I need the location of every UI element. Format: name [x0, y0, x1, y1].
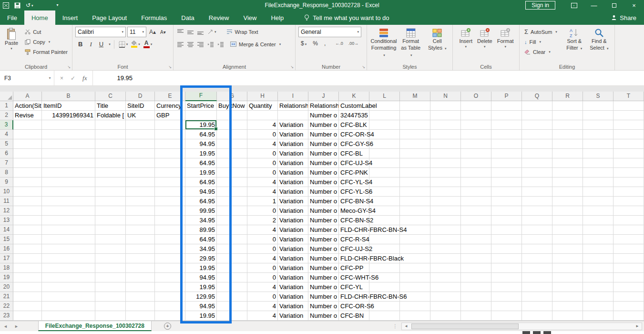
cell-I3[interactable]: Variation	[278, 120, 308, 130]
cell-N6[interactable]	[430, 149, 461, 158]
cell-R7[interactable]	[552, 158, 583, 168]
cell-A7[interactable]	[13, 158, 42, 168]
cell-R15[interactable]	[552, 235, 583, 244]
cell-N23[interactable]	[430, 311, 461, 321]
cell-I16[interactable]: Variation	[278, 244, 308, 254]
cell-K20[interactable]: CFC-YL	[339, 282, 369, 292]
cell-S10[interactable]	[583, 187, 613, 197]
column-header-R[interactable]: R	[552, 92, 583, 101]
font-size-select[interactable]: 11▾	[127, 27, 146, 37]
cell-N16[interactable]	[430, 244, 461, 254]
cell-E14[interactable]	[155, 225, 185, 235]
cell-T11[interactable]	[613, 197, 644, 206]
cell-T10[interactable]	[613, 187, 644, 197]
cell-S9[interactable]	[583, 177, 613, 187]
cell-T16[interactable]	[613, 244, 644, 254]
cell-A2[interactable]: Revise	[13, 111, 42, 120]
cell-E5[interactable]	[155, 139, 185, 149]
row-header-15[interactable]: 15	[0, 235, 13, 244]
row-header-13[interactable]: 13	[0, 216, 13, 225]
cell-B4[interactable]	[42, 130, 95, 139]
cell-styles-button[interactable]: Cell Styles ▾	[424, 27, 451, 52]
cell-S23[interactable]	[583, 311, 613, 321]
cell-T2[interactable]	[613, 111, 644, 120]
column-header-S[interactable]: S	[583, 92, 613, 101]
cell-C8[interactable]	[95, 168, 126, 177]
cell-Q4[interactable]	[522, 130, 552, 139]
cell-T1[interactable]	[613, 101, 644, 111]
cell-P2[interactable]	[491, 111, 522, 120]
cell-E21[interactable]	[155, 292, 185, 302]
cell-M13[interactable]	[400, 216, 430, 225]
cell-O2[interactable]	[461, 111, 491, 120]
cell-C20[interactable]	[95, 282, 126, 292]
decrease-indent-button[interactable]	[206, 41, 215, 48]
insert-cells-button[interactable]: Insert ▾	[457, 27, 474, 50]
font-name-select[interactable]: Calibri▾	[75, 27, 126, 37]
cell-F5[interactable]: 94.95	[185, 139, 217, 149]
cell-N21[interactable]	[430, 292, 461, 302]
cell-C6[interactable]	[95, 149, 126, 158]
cell-J2[interactable]: Number o	[308, 111, 339, 120]
conditional-formatting-button[interactable]: Conditional Formatting ▾	[370, 27, 398, 59]
cell-L18[interactable]	[369, 263, 400, 273]
ribbon-display-options-icon[interactable]: ^	[564, 0, 584, 10]
cell-G9[interactable]	[217, 177, 247, 187]
cell-E8[interactable]	[155, 168, 185, 177]
row-header-17[interactable]: 17	[0, 254, 13, 263]
cell-O9[interactable]	[461, 177, 491, 187]
cell-B16[interactable]	[42, 244, 95, 254]
cell-J3[interactable]: Number o	[308, 120, 339, 130]
cell-A23[interactable]	[13, 311, 42, 321]
cell-G8[interactable]	[217, 168, 247, 177]
cell-I12[interactable]: Variation	[278, 206, 308, 216]
cell-O6[interactable]	[461, 149, 491, 158]
cell-J18[interactable]: Number o	[308, 263, 339, 273]
column-header-N[interactable]: N	[430, 92, 461, 101]
cell-K23[interactable]: CFC-BN	[339, 311, 369, 321]
cell-M1[interactable]	[400, 101, 430, 111]
cell-P8[interactable]	[491, 168, 522, 177]
cell-B6[interactable]	[42, 149, 95, 158]
cell-H9[interactable]: 4	[247, 177, 278, 187]
cell-I21[interactable]: Variation	[278, 292, 308, 302]
cell-B5[interactable]	[42, 139, 95, 149]
cell-J14[interactable]: Number o	[308, 225, 339, 235]
cell-G14[interactable]	[217, 225, 247, 235]
scrollbar-thumb[interactable]	[411, 324, 519, 329]
cell-F17[interactable]: 29.95	[185, 254, 217, 263]
cell-M16[interactable]	[400, 244, 430, 254]
cell-D13[interactable]	[126, 216, 155, 225]
format-painter-button[interactable]: Format Painter	[24, 47, 69, 57]
cell-S7[interactable]	[583, 158, 613, 168]
cell-F11[interactable]: 64.95	[185, 197, 217, 206]
cell-N17[interactable]	[430, 254, 461, 263]
cell-Q2[interactable]	[522, 111, 552, 120]
cell-S16[interactable]	[583, 244, 613, 254]
cell-I23[interactable]: Variation	[278, 311, 308, 321]
cell-A15[interactable]	[13, 235, 42, 244]
cell-T18[interactable]	[613, 263, 644, 273]
row-header-6[interactable]: 6	[0, 149, 13, 158]
cell-S14[interactable]	[583, 225, 613, 235]
cell-R5[interactable]	[552, 139, 583, 149]
cell-K1[interactable]: CustomLabel	[339, 101, 369, 111]
cell-T23[interactable]	[613, 311, 644, 321]
cell-R11[interactable]	[552, 197, 583, 206]
cell-S20[interactable]	[583, 282, 613, 292]
cell-K15[interactable]: CFC-R-S4	[339, 235, 369, 244]
cell-I14[interactable]: Variation	[278, 225, 308, 235]
cell-C9[interactable]	[95, 177, 126, 187]
cell-O3[interactable]	[461, 120, 491, 130]
cell-Q23[interactable]	[522, 311, 552, 321]
cell-K18[interactable]: CFC-PP	[339, 263, 369, 273]
cell-Q18[interactable]	[522, 263, 552, 273]
cell-K6[interactable]: CFC-BL	[339, 149, 369, 158]
cell-N20[interactable]	[430, 282, 461, 292]
cell-P19[interactable]	[491, 273, 522, 282]
cell-R3[interactable]	[552, 120, 583, 130]
cell-P17[interactable]	[491, 254, 522, 263]
cell-F15[interactable]: 64.95	[185, 235, 217, 244]
cell-P22[interactable]	[491, 302, 522, 311]
cell-F23[interactable]: 19.95	[185, 311, 217, 321]
